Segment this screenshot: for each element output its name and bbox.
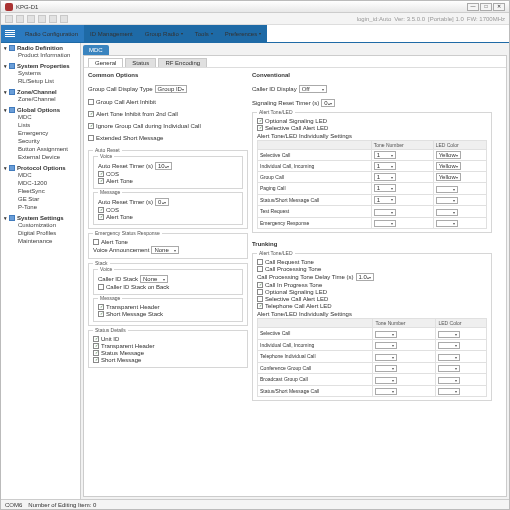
ribbon-tab-id-mgmt[interactable]: ID Management — [84, 25, 139, 42]
conv-sc-led[interactable] — [257, 125, 263, 131]
crumb1: Ver: 3.5.0.0 — [394, 16, 425, 22]
nav-header[interactable]: ▾System Properties — [4, 63, 77, 69]
cid-back-checkbox[interactable] — [98, 284, 104, 290]
ar-msg-timer[interactable]: 0▴▾ — [155, 198, 169, 206]
trk-tc[interactable] — [257, 303, 263, 309]
trk-cpt[interactable] — [257, 266, 263, 272]
trunking-header: Trunking — [252, 241, 492, 247]
window-title: KPG-D1 — [16, 4, 467, 10]
ar-msg-alert[interactable] — [98, 214, 104, 220]
ribbon-tab-group-radio[interactable]: Group Radio▾ — [139, 25, 189, 42]
sg-uid[interactable] — [93, 336, 99, 342]
content-tab-mdc[interactable]: MDC — [83, 45, 109, 55]
crumb0: login_id:Auto — [357, 16, 392, 22]
navigation-tree: ▾Radio DefinitionProduct Information▾Sys… — [1, 43, 81, 499]
nav-item[interactable]: Button Assignment — [4, 145, 77, 153]
maximize-button[interactable]: □ — [480, 3, 492, 11]
nav-item[interactable]: Product Information — [4, 51, 77, 59]
app-window: KPG-D1 — □ ✕ login_id:Auto Ver: 3.5.0.0 … — [0, 0, 510, 510]
crumb3: FW: 1700MHz — [467, 16, 505, 22]
igc-checkbox[interactable] — [88, 123, 94, 129]
status-editing: Number of Editing Item: 0 — [28, 502, 96, 508]
qat-save-icon[interactable] — [27, 15, 35, 23]
atif-checkbox[interactable] — [88, 111, 94, 117]
ribbon: Radio Configuration ID Management Group … — [1, 25, 509, 43]
gci-checkbox[interactable] — [88, 99, 94, 105]
status-port: COM6 — [5, 502, 22, 508]
ribbon-tab-preferences[interactable]: Preferences▾ — [219, 25, 267, 42]
trk-os[interactable] — [257, 289, 263, 295]
ar-voice-timer[interactable]: 10▴▾ — [155, 162, 172, 170]
sm-th-checkbox[interactable] — [98, 304, 104, 310]
srt-spin[interactable]: 0▴▾ — [321, 99, 335, 107]
nav-item[interactable]: FleetSync — [4, 187, 77, 195]
qat-open-icon[interactable] — [16, 15, 24, 23]
ribbon-tab-radio-config[interactable]: Radio Configuration — [19, 25, 84, 42]
qat-print-icon[interactable] — [60, 15, 68, 23]
esm-checkbox[interactable] — [88, 135, 94, 141]
minimize-button[interactable]: — — [467, 3, 479, 11]
qat-new-icon[interactable] — [5, 15, 13, 23]
subtab-rf-encoding[interactable]: RF Encoding — [158, 58, 207, 67]
ribbon-tab-tools[interactable]: Tools▾ — [189, 25, 219, 42]
nav-item[interactable]: Security — [4, 137, 77, 145]
conventional-header: Conventional — [252, 72, 492, 78]
nav-item[interactable]: MDC-1200 — [4, 179, 77, 187]
gcdt-label: Group Call Display Type — [88, 86, 153, 92]
nav-item[interactable]: Maintenance — [4, 237, 77, 245]
hamburger-icon — [5, 30, 15, 38]
qat-undo-icon[interactable] — [38, 15, 46, 23]
trk-crt[interactable] — [257, 259, 263, 265]
esr-alert-checkbox[interactable] — [93, 239, 99, 245]
subtab-status[interactable]: Status — [125, 58, 156, 67]
nav-item[interactable]: GE Star — [4, 195, 77, 203]
ar-voice-alert[interactable] — [98, 178, 104, 184]
ar-msg-cos[interactable] — [98, 207, 104, 213]
nav-item[interactable]: Lists — [4, 121, 77, 129]
trk-sc[interactable] — [257, 296, 263, 302]
nav-item[interactable]: Digital Profiles — [4, 229, 77, 237]
trk-cptd-spin[interactable]: 1.0▴▾ — [356, 273, 374, 281]
nav-item[interactable]: RL/Setup List — [4, 77, 77, 85]
sg-smm[interactable] — [93, 357, 99, 363]
conv-os-led[interactable] — [257, 118, 263, 124]
nav-item[interactable]: External Device — [4, 153, 77, 161]
quick-access-toolbar: login_id:Auto Ver: 3.5.0.0 [Portable] 1.… — [1, 13, 509, 25]
nav-item[interactable]: P-Tone — [4, 203, 77, 211]
content-area: MDC General Status RF Encoding Common Op… — [81, 43, 509, 499]
gcdt-select[interactable]: Group ID▾ — [155, 85, 187, 93]
nav-item[interactable]: Systems — [4, 69, 77, 77]
common-options-header: Common Options — [88, 72, 248, 78]
cid-display-select[interactable]: Off▾ — [299, 85, 327, 93]
cid-stack-select[interactable]: None▾ — [140, 275, 168, 283]
ribbon-app-button[interactable] — [1, 25, 19, 42]
trk-led-table: Tone NumberLED ColorSelective Call▾▾Indi… — [257, 318, 487, 397]
trk-cip[interactable] — [257, 282, 263, 288]
sg-stm[interactable] — [93, 350, 99, 356]
subtab-general[interactable]: General — [88, 58, 123, 67]
sg-th[interactable] — [93, 343, 99, 349]
nav-item[interactable]: Zone/Channel — [4, 95, 77, 103]
nav-item[interactable]: Emergency — [4, 129, 77, 137]
qat-redo-icon[interactable] — [49, 15, 57, 23]
ar-voice-cos[interactable] — [98, 171, 104, 177]
app-icon — [5, 3, 13, 11]
conv-led-table: Tone NumberLED ColorSelective Call1▾Yell… — [257, 140, 487, 229]
crumb2: [Portable] 1.0 — [428, 16, 464, 22]
esr-va-select[interactable]: None▾ — [151, 246, 179, 254]
titlebar: KPG-D1 — □ ✕ — [1, 1, 509, 13]
nav-item[interactable]: Customization — [4, 221, 77, 229]
nav-item[interactable]: MDC — [4, 113, 77, 121]
close-button[interactable]: ✕ — [493, 3, 505, 11]
nav-item[interactable]: MDC — [4, 171, 77, 179]
sm-sms-checkbox[interactable] — [98, 311, 104, 317]
status-bar: COM6 Number of Editing Item: 0 — [1, 499, 509, 509]
